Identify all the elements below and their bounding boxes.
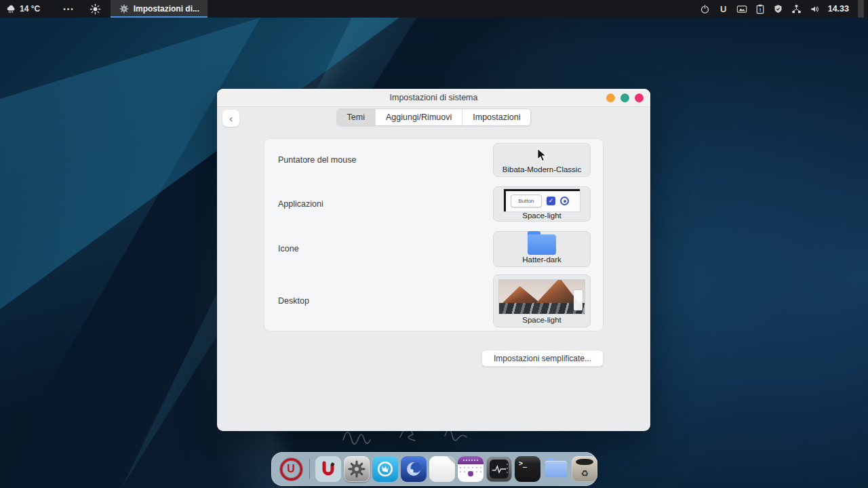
- distro-logo-icon[interactable]: U: [718, 3, 729, 14]
- dock-trash[interactable]: ♻: [572, 456, 597, 482]
- brightness-icon[interactable]: [90, 3, 101, 15]
- active-task-underline: [111, 16, 208, 18]
- dock-calendar[interactable]: [458, 456, 484, 482]
- wallpaper-thumbnail: [498, 279, 585, 314]
- network-icon[interactable]: [791, 3, 802, 14]
- tab-impostazioni[interactable]: Impostazioni: [462, 109, 530, 125]
- window-titlebar[interactable]: Impostazioni di sistema: [217, 89, 650, 107]
- taskbar-item-label: Impostazioni di...: [134, 4, 199, 14]
- simplified-settings-button[interactable]: Impostazioni semplificate...: [481, 350, 604, 367]
- desktop-theme-card[interactable]: Space-light: [493, 274, 591, 327]
- preview-button: Button: [511, 195, 542, 207]
- cursor-arrow-icon: [536, 148, 548, 163]
- dock-separator: [309, 459, 310, 479]
- clock[interactable]: 14.33: [828, 4, 849, 14]
- dock-launcher[interactable]: U: [278, 456, 304, 482]
- row-label: Applicazioni: [278, 199, 323, 209]
- dock-mail[interactable]: [401, 456, 427, 482]
- browser-wolf-icon: [372, 456, 398, 482]
- tab-temi[interactable]: Temi: [337, 109, 376, 125]
- setting-row-applications: Applicazioni Button ✓ Space-light: [264, 181, 603, 226]
- panel-overflow-button[interactable]: •••: [63, 5, 75, 13]
- top-panel: 14 °C ••• Impostazioni di... U !: [0, 0, 868, 18]
- document-icon: [429, 456, 455, 482]
- thunderbird-icon: [401, 456, 427, 482]
- dock: U: [271, 452, 597, 486]
- setting-row-mouse-pointer: Puntatore del mouse Bibata-Modern-Classi…: [264, 139, 603, 181]
- weather-widget[interactable]: 14 °C: [5, 3, 40, 14]
- icon-theme-name: Hatter-dark: [522, 256, 561, 264]
- settings-window: Impostazioni di sistema ‹ Temi Aggiungi/…: [217, 89, 650, 431]
- row-label: Puntatore del mouse: [278, 155, 356, 165]
- minimize-button[interactable]: [606, 94, 615, 102]
- gear-icon: [344, 456, 370, 482]
- weather-temp: 14 °C: [20, 4, 40, 14]
- dock-file-manager[interactable]: [543, 456, 569, 482]
- close-button[interactable]: [635, 94, 644, 102]
- maximize-button[interactable]: [620, 94, 629, 102]
- tab-bar: ‹ Temi Aggiungi/Rimuovi Impostazioni: [217, 107, 650, 138]
- preview-radio-icon: [560, 197, 569, 205]
- clipboard-alert-icon[interactable]: !: [755, 3, 766, 14]
- window-title: Impostazioni di sistema: [390, 93, 478, 102]
- red-u-pen-icon: [315, 456, 341, 482]
- back-button[interactable]: ‹: [222, 110, 239, 127]
- dock-text-editor[interactable]: [429, 456, 455, 482]
- row-label: Desktop: [278, 296, 309, 306]
- themes-panel: Puntatore del mouse Bibata-Modern-Classi…: [264, 139, 603, 331]
- row-label: Icone: [278, 244, 299, 253]
- dock-browser[interactable]: [372, 456, 398, 482]
- dock-system-monitor[interactable]: [486, 456, 512, 482]
- tab-aggiungi-rimuovi[interactable]: Aggiungi/Rimuovi: [376, 109, 462, 125]
- volume-icon[interactable]: [810, 3, 821, 14]
- files-folder-icon: [545, 461, 567, 477]
- setting-row-icons: Icone Hatter-dark: [264, 226, 603, 271]
- icon-theme-card[interactable]: Hatter-dark: [493, 231, 591, 267]
- terminal-icon: >_: [515, 456, 540, 482]
- desktop-theme-name: Space-light: [522, 316, 561, 325]
- chevron-left-icon: ‹: [229, 113, 233, 124]
- preview-checkbox-icon: ✓: [547, 197, 555, 205]
- svg-text:!: !: [759, 6, 761, 12]
- dock-settings[interactable]: [344, 456, 370, 482]
- taskbar-item-impostazioni[interactable]: Impostazioni di...: [111, 0, 208, 18]
- settings-gear-icon: [119, 3, 130, 14]
- security-shield-icon[interactable]: [773, 3, 784, 14]
- power-icon[interactable]: [700, 3, 711, 14]
- cursor-theme-name: Bibata-Modern-Classic: [502, 165, 581, 174]
- trash-icon: ♻: [572, 456, 597, 482]
- screenshot-icon[interactable]: [736, 3, 747, 14]
- panel-corner: [858, 0, 864, 18]
- application-theme-card[interactable]: Button ✓ Space-light: [493, 186, 591, 222]
- widget-preview: Button ✓: [504, 189, 580, 211]
- ufficiozero-logo-icon: U: [280, 458, 302, 481]
- system-monitor-icon: [486, 456, 512, 482]
- setting-row-desktop: Desktop Space-light: [264, 271, 603, 331]
- weather-rain-icon: [5, 3, 16, 14]
- cursor-theme-card[interactable]: Bibata-Modern-Classic: [493, 143, 591, 177]
- desktop: 14 °C ••• Impostazioni di... U !: [0, 0, 868, 488]
- dock-ufficiozero-app[interactable]: [315, 456, 341, 482]
- application-theme-name: Space-light: [522, 211, 561, 220]
- recycle-glyph: ♻: [580, 469, 589, 478]
- folder-icon: [528, 235, 556, 255]
- calendar-icon: [458, 456, 484, 482]
- dock-terminal[interactable]: >_: [515, 456, 540, 482]
